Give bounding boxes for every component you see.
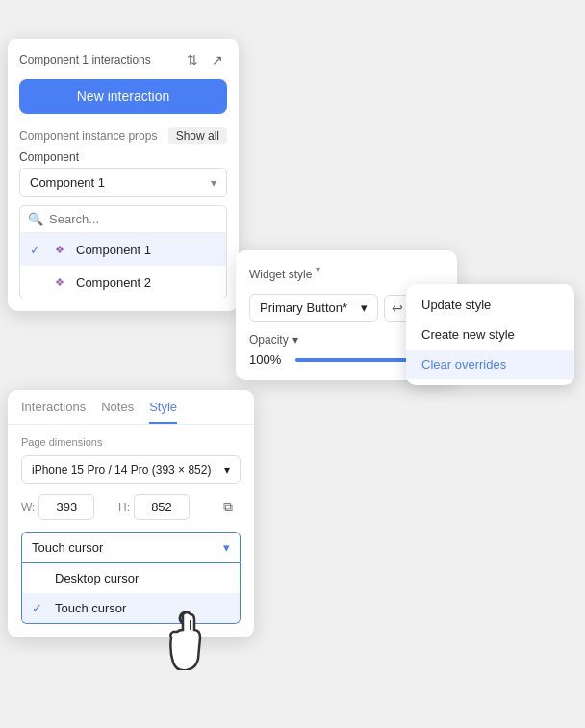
cursor-option-desktop[interactable]: Desktop cursor (22, 563, 240, 593)
new-interaction-button[interactable]: New interaction (19, 79, 227, 114)
tabs-row: Interactions Notes Style (8, 390, 254, 425)
search-icon: 🔍 (28, 212, 43, 226)
widget-style-label: Widget style (249, 268, 312, 281)
tab-style[interactable]: Style (149, 400, 177, 424)
panel-icons: ⇅ ↗ (183, 50, 227, 69)
panel-header: Component 1 interactions ⇅ ↗ (19, 50, 227, 69)
height-input[interactable] (134, 494, 190, 520)
check-icon: ✓ (30, 243, 43, 257)
chevron-down-icon: ▾ (211, 176, 216, 190)
dropdown-item-component2[interactable]: ❖ Component 2 (20, 266, 226, 299)
component-icon-2: ❖ (51, 273, 68, 291)
copy-dimensions-button[interactable]: ⧉ (216, 495, 241, 520)
height-label: H: (118, 501, 130, 514)
selected-component-value: Component 1 (30, 175, 105, 190)
component-icon-1: ❖ (51, 241, 68, 258)
instance-props-row: Component instance props Show all (19, 127, 227, 144)
dropdown-item-label-1: Component 1 (76, 243, 151, 257)
dimensions-row: W: H: ⧉ (21, 494, 241, 520)
cursor-selected-value: Touch cursor (32, 540, 103, 555)
style-dropdown[interactable]: Primary Button* ▾ (249, 294, 378, 322)
menu-item-update-style[interactable]: Update style (406, 290, 574, 320)
cursor-option-desktop-label: Desktop cursor (55, 571, 139, 585)
width-field: W: (21, 494, 111, 520)
opacity-value: 100% (249, 352, 286, 367)
cursor-chevron-icon: ▾ (223, 540, 230, 555)
menu-item-create-style[interactable]: Create new style (406, 320, 574, 350)
search-input[interactable] (49, 212, 218, 226)
width-label: W: (21, 501, 35, 514)
width-input[interactable] (38, 494, 94, 520)
component-dropdown[interactable]: Component 1 ▾ (19, 168, 227, 197)
widget-style-header: Widget style ▾ (249, 264, 444, 284)
page-settings-panel: Interactions Notes Style Page dimensions… (8, 390, 254, 637)
overrides-dropdown-menu: Update style Create new style Clear over… (406, 284, 574, 385)
opacity-chevron-icon: ▾ (292, 333, 298, 347)
tab-notes[interactable]: Notes (101, 400, 134, 424)
cursor-dropdown[interactable]: Touch cursor ▾ (21, 532, 241, 563)
component-dropdown-list: 🔍 ✓ ❖ Component 1 ❖ Component 2 (19, 205, 227, 299)
search-box: 🔍 (20, 206, 226, 233)
component-field-label: Component (19, 150, 227, 164)
cursor-option-touch-label: Touch cursor (55, 601, 126, 615)
menu-item-clear-overrides[interactable]: Clear overrides (406, 350, 574, 379)
page-dimensions-label: Page dimensions (21, 436, 241, 448)
device-chevron-icon: ▾ (224, 463, 230, 477)
external-link-icon-btn[interactable]: ↗ (208, 50, 227, 69)
height-field: H: (118, 494, 208, 520)
device-label: iPhone 15 Pro / 14 Pro (393 × 852) (32, 463, 211, 477)
cursor-touch-check-icon: ✓ (32, 601, 47, 615)
show-all-button[interactable]: Show all (168, 127, 227, 144)
hand-cursor-icon (162, 603, 210, 670)
reorder-icon-btn[interactable]: ⇅ (183, 50, 202, 69)
dropdown-item-label-2: Component 2 (76, 275, 151, 290)
instance-props-label: Component instance props (19, 129, 157, 143)
style-dropdown-chevron-icon: ▾ (361, 300, 368, 315)
tab-interactions[interactable]: Interactions (21, 400, 86, 424)
component-interactions-panel: Component 1 interactions ⇅ ↗ New interac… (8, 39, 239, 311)
widget-style-chevron-icon: ▾ (316, 264, 320, 274)
page-body: Page dimensions iPhone 15 Pro / 14 Pro (… (8, 436, 254, 637)
dropdown-item-component1[interactable]: ✓ ❖ Component 1 (20, 233, 226, 266)
style-value: Primary Button* (260, 300, 347, 315)
device-dropdown[interactable]: iPhone 15 Pro / 14 Pro (393 × 852) ▾ (21, 455, 241, 484)
panel-title: Component 1 interactions (19, 53, 151, 66)
